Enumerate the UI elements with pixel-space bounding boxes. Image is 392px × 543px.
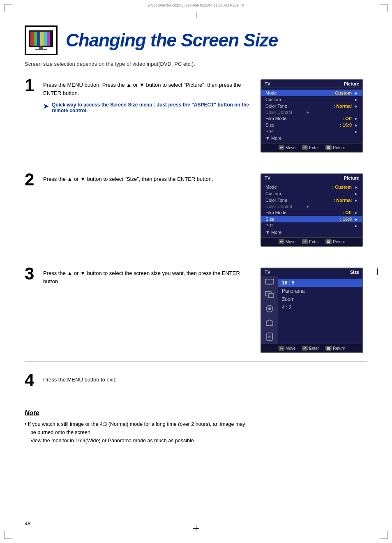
menu3-title-right: Size [350, 270, 359, 275]
menu2-nav-enter: ↵ Enter [302, 239, 319, 244]
crosshair-top [193, 12, 199, 18]
step-1-tip: ➤ Quick way to access the Screen Size me… [43, 102, 252, 113]
menu1-nav-enter: ↵ Enter [302, 145, 319, 150]
size-item-panorama: Panorama [278, 287, 362, 295]
svg-point-16 [268, 307, 271, 310]
step-4-row: 4 Press the MENU button to exit. [25, 374, 367, 393]
step-1-text: Press the MENU button. Press the ▲ or ▼ … [43, 81, 252, 97]
step-2-number: 2 [25, 171, 43, 188]
menu1-nav-move: ⇔ Move [279, 145, 295, 150]
size-item-169: 16 : 9 [278, 279, 362, 287]
menu1-nav-return: ▦ Return [325, 145, 345, 150]
menu1-item-filmmode: Film Mode : Off ► [261, 115, 362, 122]
svg-rect-8 [35, 49, 47, 50]
svg-rect-6 [47, 32, 50, 46]
step-2-content: Press the ▲ or ▼ button to select "Size"… [43, 173, 252, 183]
menu3-nav-move: ⇔ Move [279, 346, 295, 351]
step-2-row: 2 Press the ▲ or ▼ button to select "Siz… [25, 173, 367, 255]
menu1-item-colortone: Color Tone : Normal ► [261, 103, 362, 109]
step-3-screenshot: TV Size 16 : 9 [261, 268, 367, 353]
file-info: BN68-00645A-02Eng_028-069 9/15/04 11:26 … [0, 0, 392, 9]
size-item-zoom: Zoom [278, 295, 362, 303]
menu1-item-colorcontrol: Color Control ► [261, 109, 362, 115]
menu2-item-filmmode: Film Mode : Off ► [261, 209, 362, 216]
tv-icon-box [25, 25, 58, 55]
crosshair-right [374, 268, 380, 275]
crosshair-left [12, 268, 18, 275]
tip-arrow-icon: ➤ [43, 102, 48, 110]
svg-rect-7 [39, 46, 43, 49]
note-section: Note • If you watch a still image or the… [0, 393, 392, 453]
svg-rect-14 [268, 293, 274, 298]
menu3-nav-return: ▦ Return [325, 346, 345, 351]
svg-rect-1 [30, 32, 34, 46]
menu1-title-right: Picture [344, 81, 359, 86]
step-1-row: 1 Press the MENU button. Press the ▲ or … [25, 79, 367, 161]
step-1-tip-text: Quick way to access the Screen Size menu… [52, 102, 252, 113]
menu2-item-mode: Mode : Custom ► [261, 184, 362, 190]
menu2-item-more: ▼ More [261, 229, 362, 236]
step-2-text: Press the ▲ or ▼ button to select "Size"… [43, 175, 252, 183]
menu2-title-left: TV [265, 176, 270, 180]
menu2-item-colortone: Color Tone : Normal ► [261, 197, 362, 203]
step-1-number: 1 [25, 77, 43, 94]
menu1-item-size: Size : 16:9 ► [261, 122, 362, 128]
step-3-row: 3 Press the ▲ or ▼ button to select the … [25, 268, 367, 362]
step-2-screenshot: TV Picture Mode : Custom ► Custom ► [261, 173, 367, 247]
menu2-nav-move: ⇔ Move [279, 239, 295, 244]
tv-menu-step1: TV Picture Mode : Custom ► Custom ► [261, 79, 363, 153]
note-title: Note [25, 409, 367, 417]
size-item-43: 4 : 3 [278, 303, 362, 312]
step-4-text: Press the MENU button to exit. [43, 376, 367, 384]
menu1-item-more: ▼ More [261, 135, 362, 141]
menu2-title-right: Picture [344, 176, 359, 180]
tv-menu-step2: TV Picture Mode : Custom ► Custom ► [261, 173, 363, 247]
menu2-nav-return: ▦ Return [325, 239, 345, 244]
menu3-nav-enter: ↵ Enter [302, 346, 319, 351]
step-3-content: Press the ▲ or ▼ button to select the sc… [43, 268, 252, 285]
menu2-item-pip: PIP ► [261, 222, 362, 229]
menu1-item-mode: Mode : Custom ► [261, 90, 362, 96]
svg-rect-2 [34, 32, 37, 46]
step-4-number: 4 [25, 372, 43, 389]
tv-menu-step3: TV Size 16 : 9 [261, 268, 363, 353]
step-4-content: Press the MENU button to exit. [43, 374, 367, 384]
svg-rect-9 [265, 279, 274, 284]
page-number: 48 [25, 520, 30, 527]
note-text: • If you watch a still image or the 4:3 … [25, 420, 367, 445]
menu2-item-colorcontrol: Color Control ► [261, 203, 362, 209]
svg-rect-17 [267, 333, 272, 340]
page-title: Changing the Screen Size [66, 30, 278, 51]
crosshair-bottom [193, 525, 199, 531]
menu2-item-size: Size : 16:9 ► [261, 216, 362, 222]
step-1-content: Press the MENU button. Press the ▲ or ▼ … [43, 79, 252, 113]
menu1-item-custom: Custom ► [261, 96, 362, 103]
menu2-item-custom: Custom ► [261, 190, 362, 197]
svg-rect-5 [44, 32, 47, 46]
menu3-title-left: TV [265, 270, 270, 275]
svg-rect-4 [40, 32, 44, 46]
step-3-text: Press the ▲ or ▼ button to select the sc… [43, 269, 252, 285]
menu1-item-pip: PIP ► [261, 128, 362, 135]
svg-rect-3 [37, 32, 40, 46]
subtitle: Screen size selection depends on the typ… [0, 59, 392, 79]
step-3-number: 3 [25, 265, 43, 282]
menu1-title-left: TV [265, 81, 270, 86]
step-1-screenshot: TV Picture Mode : Custom ► Custom ► [261, 79, 367, 153]
